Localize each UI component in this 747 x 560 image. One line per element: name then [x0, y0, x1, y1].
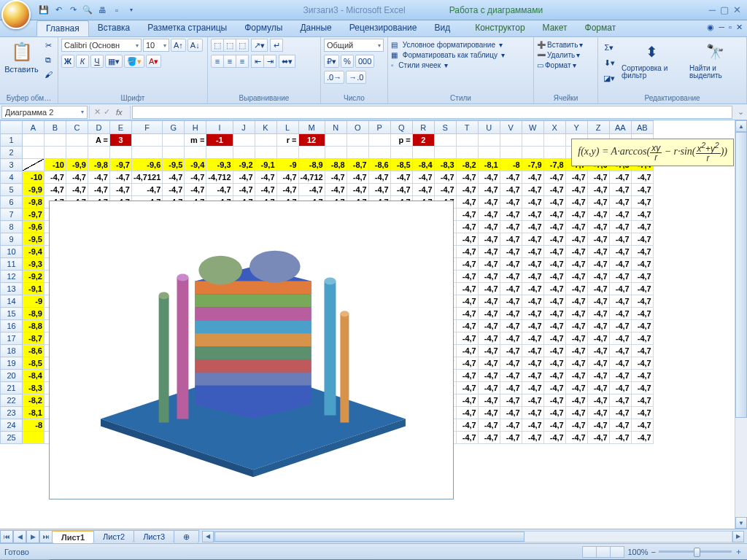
help-icon[interactable]: ◉: [707, 23, 714, 34]
enter-fx-icon[interactable]: ✓: [104, 107, 110, 117]
sheet-tab-3[interactable]: Лист3: [133, 530, 174, 542]
tab-format[interactable]: Формат: [576, 20, 625, 36]
zoom-slider[interactable]: [659, 551, 732, 553]
wrap-text-icon[interactable]: ↵: [270, 39, 283, 52]
font-color-button[interactable]: A▾: [146, 55, 161, 68]
tab-formulas[interactable]: Формулы: [236, 20, 291, 36]
dec-dec-icon[interactable]: →.0: [346, 71, 366, 84]
clipboard-icon: 📋: [10, 40, 34, 63]
delete-cells-button[interactable]: ➖Удалить▾: [537, 51, 580, 59]
next-sheet-icon[interactable]: ▶: [26, 530, 39, 543]
new-icon[interactable]: ▫: [111, 4, 123, 16]
scroll-down-icon[interactable]: ▼: [735, 517, 747, 529]
merge-icon[interactable]: ⬌▾: [279, 55, 295, 68]
currency-icon[interactable]: ₽▾: [324, 55, 339, 68]
first-sheet-icon[interactable]: ⏮: [0, 530, 13, 543]
new-sheet-icon[interactable]: ⊕: [174, 530, 199, 543]
vertical-scrollbar[interactable]: ▲ ▼: [735, 120, 747, 529]
tab-chartlayout[interactable]: Макет: [534, 20, 576, 36]
font-name-combo[interactable]: Calibri (Основн▾: [61, 39, 142, 52]
format-cell-icon: ▭: [537, 61, 543, 69]
preview-icon[interactable]: 🔍: [82, 4, 93, 16]
copy-icon[interactable]: ⧉: [42, 53, 55, 66]
inc-dec-icon[interactable]: .0→: [324, 71, 344, 84]
percent-icon[interactable]: %: [341, 55, 354, 68]
minimize-icon[interactable]: ─: [709, 4, 716, 15]
chart-object[interactable]: [49, 201, 454, 499]
table-format-button[interactable]: ▦ Форматировать как таблицу ▾: [391, 51, 505, 59]
close-icon[interactable]: ✕: [733, 4, 741, 15]
scroll-up-icon[interactable]: ▲: [735, 120, 747, 132]
scroll-left-icon[interactable]: ◀: [202, 531, 214, 542]
align-mid-icon[interactable]: ⬚: [223, 39, 236, 52]
window-title: Зигзаги3 - Microsoft Excel: [303, 5, 406, 15]
cell-styles-button[interactable]: ▫ Стили ячеек ▾: [391, 61, 448, 69]
cancel-fx-icon[interactable]: ✕: [94, 107, 101, 117]
insert-cells-button[interactable]: ➕Вставить▾: [537, 41, 583, 49]
restore-doc-icon[interactable]: ▫: [729, 23, 732, 34]
sheet-tab-2[interactable]: Лист2: [93, 530, 134, 542]
align-top-icon[interactable]: ⬚: [211, 39, 224, 52]
normal-view-icon[interactable]: [582, 546, 597, 558]
print-icon[interactable]: 🖶: [96, 4, 108, 16]
cond-format-button[interactable]: ▤ Условное форматирование ▾: [391, 41, 503, 49]
find-select-button[interactable]: 🔭 Найти и выделить: [686, 39, 743, 81]
tab-data[interactable]: Данные: [291, 20, 340, 36]
align-left-icon[interactable]: ≡: [211, 55, 224, 68]
align-bot-icon[interactable]: ⬚: [236, 39, 249, 52]
zoom-level[interactable]: 100%: [627, 548, 648, 556]
office-button[interactable]: [1, 0, 31, 29]
tab-home[interactable]: Главная: [36, 20, 89, 36]
indent-inc-icon[interactable]: ⇥: [263, 55, 276, 68]
orientation-icon[interactable]: ↗▾: [251, 39, 268, 52]
pagebreak-view-icon[interactable]: [610, 546, 624, 558]
maximize-icon[interactable]: ▢: [720, 4, 729, 15]
clear-icon[interactable]: ◪▾: [601, 71, 617, 85]
format-cells-button[interactable]: ▭Формат▾: [537, 61, 576, 69]
comma-icon[interactable]: 000: [355, 55, 374, 68]
qat-dropdown-icon[interactable]: ▾: [125, 4, 137, 16]
horizontal-scrollbar[interactable]: [214, 531, 732, 542]
scroll-right-icon[interactable]: ▶: [732, 531, 744, 542]
paste-button[interactable]: 📋 Вставить: [3, 39, 40, 75]
indent-dec-icon[interactable]: ⇤: [251, 55, 264, 68]
close-doc-icon[interactable]: ✕: [736, 23, 743, 34]
autosum-icon[interactable]: Σ▾: [601, 41, 617, 54]
tab-layout[interactable]: Разметка страницы: [139, 20, 236, 36]
expand-fbar-icon[interactable]: ⌄: [734, 107, 747, 117]
bold-button[interactable]: Ж: [61, 55, 74, 68]
svg-rect-19: [325, 281, 336, 415]
border-button[interactable]: ▦▾: [105, 55, 123, 68]
grow-font-icon[interactable]: A↑: [171, 39, 186, 52]
sheet-tab-1[interactable]: Лист1: [52, 530, 94, 543]
fill-icon[interactable]: ⬇▾: [601, 56, 617, 69]
name-box[interactable]: Диаграмма 2▾: [1, 106, 88, 119]
shrink-font-icon[interactable]: A↓: [187, 39, 203, 52]
tab-insert[interactable]: Вставка: [89, 20, 139, 36]
align-center-icon[interactable]: ≡: [223, 55, 236, 68]
italic-button[interactable]: К: [76, 55, 89, 68]
undo-icon[interactable]: ↶: [53, 4, 64, 16]
fx-icon[interactable]: fx: [113, 108, 125, 117]
tab-review[interactable]: Рецензирование: [341, 20, 426, 36]
formula-bar[interactable]: [132, 106, 732, 119]
font-size-combo[interactable]: 10▾: [143, 39, 169, 52]
fill-color-button[interactable]: 🪣▾: [124, 55, 144, 68]
scroll-thumb[interactable]: [735, 132, 747, 418]
zoom-out-icon[interactable]: −: [651, 548, 656, 556]
underline-button[interactable]: Ч: [90, 55, 104, 68]
save-icon[interactable]: 💾: [38, 4, 50, 16]
sort-filter-button[interactable]: ⬍ Сортировка и фильтр: [619, 39, 685, 81]
prev-sheet-icon[interactable]: ◀: [13, 530, 26, 543]
formatpainter-icon[interactable]: 🖌: [42, 68, 55, 81]
tab-design[interactable]: Конструктор: [466, 20, 533, 36]
last-sheet-icon[interactable]: ⏭: [39, 530, 53, 543]
pagelayout-view-icon[interactable]: [596, 546, 611, 558]
number-format-combo[interactable]: Общий▾: [324, 39, 384, 52]
tab-view[interactable]: Вид: [425, 20, 459, 36]
cut-icon[interactable]: ✂: [42, 39, 55, 52]
zoom-in-icon[interactable]: ＋: [735, 546, 743, 557]
redo-icon[interactable]: ↷: [67, 4, 79, 16]
align-right-icon[interactable]: ≡: [236, 55, 249, 68]
minimize-doc-icon[interactable]: ─: [719, 23, 724, 34]
